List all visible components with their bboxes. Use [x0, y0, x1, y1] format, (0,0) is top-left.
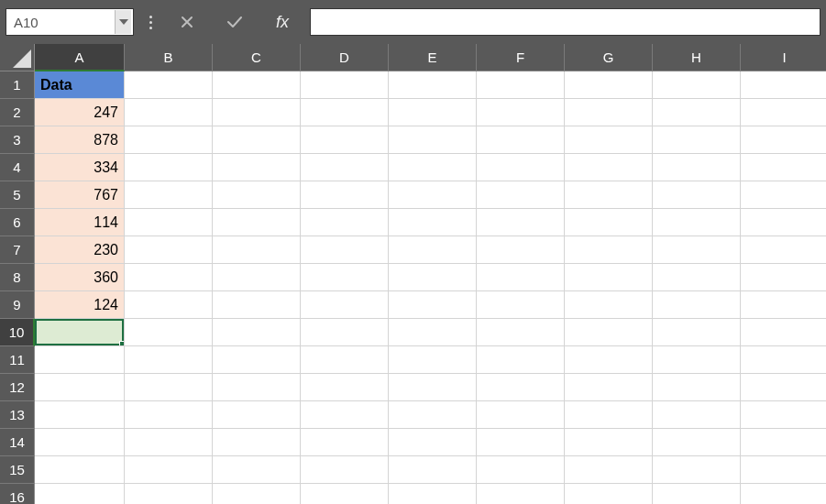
column-header-A[interactable]: A: [35, 44, 125, 71]
cell-E9[interactable]: [389, 291, 477, 319]
cell-I8[interactable]: [741, 264, 826, 291]
cell-A1[interactable]: Data: [35, 71, 125, 99]
cell-F1[interactable]: [477, 71, 565, 99]
column-header-I[interactable]: I: [741, 44, 826, 71]
row-header-11[interactable]: 11: [0, 346, 35, 374]
cell-F2[interactable]: [477, 99, 565, 126]
cell-A7[interactable]: 230: [35, 236, 125, 264]
column-header-E[interactable]: E: [389, 44, 477, 71]
cell-H12[interactable]: [653, 374, 741, 401]
cell-I10[interactable]: [741, 319, 826, 346]
cell-B7[interactable]: [125, 236, 213, 264]
cell-E11[interactable]: [389, 346, 477, 374]
cell-H9[interactable]: [653, 291, 741, 319]
cell-H1[interactable]: [653, 71, 741, 99]
cell-A10[interactable]: [35, 319, 125, 346]
cell-C3[interactable]: [213, 126, 301, 154]
cell-F8[interactable]: [477, 264, 565, 291]
cell-B2[interactable]: [125, 99, 213, 126]
cell-I6[interactable]: [741, 209, 826, 236]
cell-F14[interactable]: [477, 429, 565, 456]
cell-H15[interactable]: [653, 456, 741, 484]
row-header-15[interactable]: 15: [0, 456, 35, 484]
cell-H4[interactable]: [653, 154, 741, 181]
cell-I3[interactable]: [741, 126, 826, 154]
cell-A11[interactable]: [35, 346, 125, 374]
cell-C5[interactable]: [213, 181, 301, 209]
cell-D7[interactable]: [301, 236, 389, 264]
cell-F13[interactable]: [477, 401, 565, 429]
cell-I2[interactable]: [741, 99, 826, 126]
row-header-14[interactable]: 14: [0, 429, 35, 456]
cell-H16[interactable]: [653, 484, 741, 504]
cell-E12[interactable]: [389, 374, 477, 401]
row-header-2[interactable]: 2: [0, 99, 35, 126]
cell-A13[interactable]: [35, 401, 125, 429]
cell-D1[interactable]: [301, 71, 389, 99]
cell-G14[interactable]: [565, 429, 653, 456]
cell-G10[interactable]: [565, 319, 653, 346]
cell-D16[interactable]: [301, 484, 389, 504]
cell-G2[interactable]: [565, 99, 653, 126]
cell-A12[interactable]: [35, 374, 125, 401]
cell-E7[interactable]: [389, 236, 477, 264]
cell-A3[interactable]: 878: [35, 126, 125, 154]
cell-F5[interactable]: [477, 181, 565, 209]
cell-D2[interactable]: [301, 99, 389, 126]
cell-B8[interactable]: [125, 264, 213, 291]
cell-B14[interactable]: [125, 429, 213, 456]
cell-B11[interactable]: [125, 346, 213, 374]
cell-H3[interactable]: [653, 126, 741, 154]
cell-A14[interactable]: [35, 429, 125, 456]
insert-function-button[interactable]: fx: [262, 8, 303, 36]
cell-E6[interactable]: [389, 209, 477, 236]
row-header-6[interactable]: 6: [0, 209, 35, 236]
row-header-8[interactable]: 8: [0, 264, 35, 291]
cell-H2[interactable]: [653, 99, 741, 126]
column-header-F[interactable]: F: [477, 44, 565, 71]
cell-C16[interactable]: [213, 484, 301, 504]
cell-G16[interactable]: [565, 484, 653, 504]
cell-D4[interactable]: [301, 154, 389, 181]
select-all-corner[interactable]: [0, 44, 35, 71]
cell-B5[interactable]: [125, 181, 213, 209]
cell-B15[interactable]: [125, 456, 213, 484]
cell-G11[interactable]: [565, 346, 653, 374]
cell-D11[interactable]: [301, 346, 389, 374]
cell-H6[interactable]: [653, 209, 741, 236]
cell-I14[interactable]: [741, 429, 826, 456]
cell-A5[interactable]: 767: [35, 181, 125, 209]
cell-I4[interactable]: [741, 154, 826, 181]
cell-C14[interactable]: [213, 429, 301, 456]
cell-I7[interactable]: [741, 236, 826, 264]
column-header-B[interactable]: B: [125, 44, 213, 71]
cell-F9[interactable]: [477, 291, 565, 319]
row-header-16[interactable]: 16: [0, 484, 35, 504]
name-box-dropdown-button[interactable]: [115, 10, 131, 34]
spreadsheet-grid[interactable]: ABCDEFGHI1Data22473878433457676114723083…: [0, 44, 826, 504]
cell-G13[interactable]: [565, 401, 653, 429]
cell-I13[interactable]: [741, 401, 826, 429]
cell-F4[interactable]: [477, 154, 565, 181]
cell-G12[interactable]: [565, 374, 653, 401]
formula-input[interactable]: [310, 8, 820, 36]
cell-D8[interactable]: [301, 264, 389, 291]
cell-G15[interactable]: [565, 456, 653, 484]
cell-D13[interactable]: [301, 401, 389, 429]
cell-H10[interactable]: [653, 319, 741, 346]
cell-E5[interactable]: [389, 181, 477, 209]
cell-D5[interactable]: [301, 181, 389, 209]
cell-D10[interactable]: [301, 319, 389, 346]
cell-I15[interactable]: [741, 456, 826, 484]
cell-D14[interactable]: [301, 429, 389, 456]
row-header-10[interactable]: 10: [0, 319, 35, 346]
cell-F16[interactable]: [477, 484, 565, 504]
cell-D15[interactable]: [301, 456, 389, 484]
cell-G1[interactable]: [565, 71, 653, 99]
cell-I1[interactable]: [741, 71, 826, 99]
cell-C11[interactable]: [213, 346, 301, 374]
cell-A8[interactable]: 360: [35, 264, 125, 291]
cell-E15[interactable]: [389, 456, 477, 484]
cell-E1[interactable]: [389, 71, 477, 99]
cell-F11[interactable]: [477, 346, 565, 374]
